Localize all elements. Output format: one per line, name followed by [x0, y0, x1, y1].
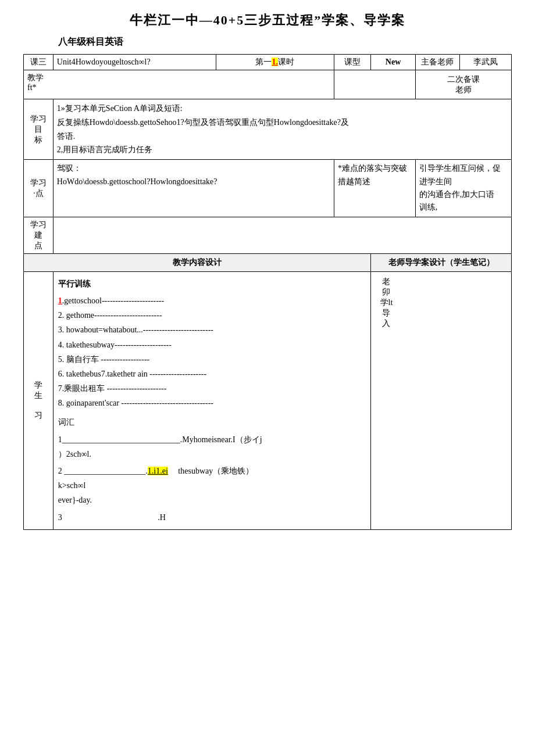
item-5: 5. 脑自行车 ------------------: [58, 352, 366, 367]
teaching-row: 教学 ft* 二次备课 老师: [24, 70, 512, 99]
vocab-title: 词汇: [58, 415, 366, 429]
student-right-label: 老 卯 学lt 导 入: [376, 277, 397, 329]
key-points-left: 驾驭： HoWdo\doessb.gettoschool?Howlongdoes…: [53, 160, 334, 217]
lesson-label: 课三: [24, 55, 54, 70]
teacher-label: 主备老师: [415, 55, 459, 70]
period-label: 第一: [255, 58, 272, 66]
item-1: 1.gettoschool-----------------------: [58, 293, 366, 308]
key-points-right-label: *难点的落实与突破 措越简述: [334, 160, 415, 217]
teaching-label: 教学 ft*: [24, 70, 334, 99]
item-3: 3. howabout=whatabout...----------------…: [58, 323, 366, 337]
course-info-row: 课三 Unit4Howdoyougeltosch∞l? 第一1.课时 课型 Ne…: [24, 55, 512, 70]
item-8: 8. goinaparent'scar --------------------…: [58, 396, 366, 410]
vocab-3: 3 .H: [58, 510, 366, 525]
parallel-training-title: 平行训练: [58, 277, 366, 291]
item-2: 2. gethome-------------------------: [58, 308, 366, 323]
subtitle: 八年级科目英语: [23, 36, 512, 48]
design-header-left: 教学内容设计: [24, 253, 371, 271]
student-content: 平行训练 1.gettoschool----------------------…: [53, 271, 371, 529]
student-section-row: 学 生 习 平行训练 1.gettoschool----------------…: [24, 271, 512, 529]
type-value: New: [371, 55, 415, 70]
goals-row: 学习目 标 1»复习本单元SeCtion A单词及短语: 反复操练Howdo\d…: [24, 99, 512, 160]
vocab-1: 1_____________________________.Myhomeisn…: [58, 432, 366, 461]
secondary-teacher-label: 二次备课 老师: [415, 70, 511, 99]
suggestions-content: [53, 217, 511, 253]
period-unit: 课时: [278, 58, 294, 66]
item-7: 7.乘眼出租车 ----------------------: [58, 381, 366, 396]
design-headers-row: 教学内容设计 老师导学案设计（学生笔记）: [24, 253, 512, 271]
goals-text: 1»复习本单元SeCtion A单词及短语: 反复操练Howdo\doessb.…: [57, 102, 508, 157]
main-table: 课三 Unit4Howdoyougeltosch∞l? 第一1.课时 课型 Ne…: [23, 54, 512, 530]
period-number: 1.: [272, 58, 278, 66]
page-title: 牛栏江一中—40+5三步五过程”学案、导学案: [23, 12, 512, 29]
goals-content: 1»复习本单元SeCtion A单词及短语: 反复操练Howdo\doessb.…: [53, 99, 511, 160]
student-left-label: 学 生 习: [24, 271, 54, 529]
item-4: 4. takethesubway---------------------: [58, 338, 366, 352]
key-points-row: 学习 ·点 驾驭： HoWdo\doessb.gettoschool?Howlo…: [24, 160, 512, 217]
teacher-notes: 老 卯 学lt 导 入: [371, 271, 512, 529]
item-6: 6. takethebus7.takethetr ain -----------…: [58, 367, 366, 381]
suggestions-row: 学习建 点: [24, 217, 512, 253]
teaching-empty: [334, 70, 415, 99]
period-cell: 第一1.课时: [216, 55, 334, 70]
vocab-2: 2 ____________________.1.i1.ei thesubway…: [58, 464, 366, 508]
suggestions-label: 学习建 点: [24, 217, 54, 253]
goals-label: 学习目 标: [24, 99, 54, 160]
key-points-right-content: 引导学生相互问候，促进学生间 的沟通合作,加大口语 训练,: [415, 160, 511, 217]
type-label: 课型: [334, 55, 371, 70]
design-header-right: 老师导学案设计（学生笔记）: [371, 253, 512, 271]
key-points-label: 学习 ·点: [24, 160, 54, 217]
lesson-value: Unit4Howdoyougeltosch∞l?: [53, 55, 216, 70]
teacher-value: 李武凤: [459, 55, 511, 70]
